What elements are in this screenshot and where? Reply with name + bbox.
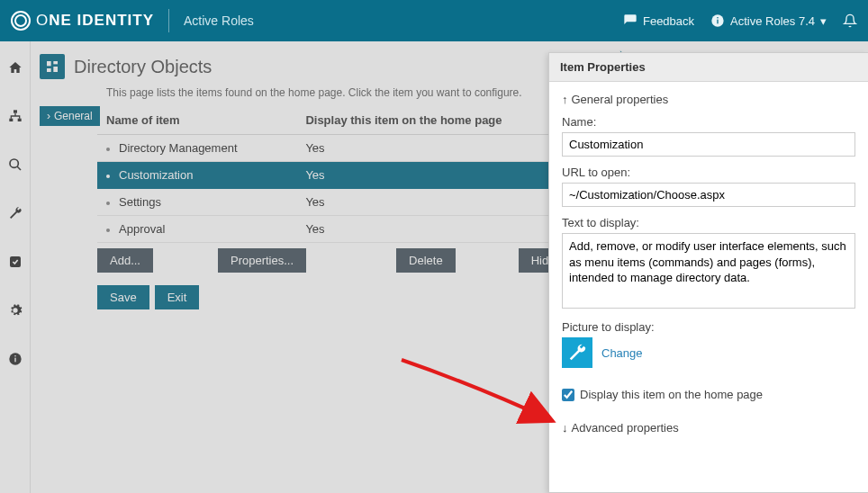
arrow-down-icon: ↓ bbox=[562, 421, 568, 435]
display-checkbox[interactable] bbox=[562, 389, 574, 401]
general-section-label: General properties bbox=[572, 93, 669, 106]
display-checkbox-label[interactable]: Display this item on the home page bbox=[580, 388, 763, 401]
chat-icon bbox=[623, 13, 637, 28]
brand-subtitle: Active Roles bbox=[184, 13, 254, 28]
caret-down-icon: ▾ bbox=[820, 14, 827, 28]
name-label: Name: bbox=[562, 115, 855, 129]
version-dropdown[interactable]: Active Roles 7.4 ▾ bbox=[710, 13, 827, 28]
brand-divider bbox=[168, 9, 169, 32]
wrench-icon bbox=[567, 343, 587, 363]
text-field[interactable] bbox=[562, 233, 855, 309]
advanced-section-toggle[interactable]: ↓ Advanced properties bbox=[562, 421, 855, 435]
url-label: URL to open: bbox=[562, 166, 855, 179]
feedback-link[interactable]: Feedback bbox=[623, 13, 694, 28]
brand-logo-icon bbox=[11, 11, 31, 31]
top-bar: ONE IDENTITY Active Roles Feedback Activ… bbox=[0, 0, 868, 41]
general-section-toggle[interactable]: ↑ General properties bbox=[562, 93, 855, 106]
display-checkbox-row: Display this item on the home page bbox=[562, 388, 855, 401]
version-label: Active Roles 7.4 bbox=[730, 14, 815, 28]
brand-name: ONE IDENTITY bbox=[36, 12, 154, 30]
picture-preview bbox=[562, 337, 592, 368]
advanced-section-label: Advanced properties bbox=[572, 421, 679, 435]
url-field[interactable] bbox=[562, 183, 855, 207]
svg-rect-2 bbox=[717, 17, 718, 18]
brand: ONE IDENTITY Active Roles bbox=[11, 9, 254, 32]
panel-title: Item Properties bbox=[549, 53, 868, 82]
notifications-button[interactable] bbox=[843, 13, 857, 28]
feedback-label: Feedback bbox=[643, 14, 694, 28]
item-properties-panel: Item Properties ↑ General properties Nam… bbox=[548, 52, 868, 493]
bell-icon bbox=[843, 13, 857, 28]
info-icon bbox=[710, 13, 725, 28]
text-label: Text to display: bbox=[562, 216, 855, 229]
arrow-up-icon: ↑ bbox=[562, 93, 568, 106]
picture-label: Picture to display: bbox=[562, 320, 855, 334]
svg-rect-1 bbox=[717, 20, 718, 24]
change-picture-link[interactable]: Change bbox=[601, 346, 643, 360]
name-field[interactable] bbox=[562, 132, 855, 157]
